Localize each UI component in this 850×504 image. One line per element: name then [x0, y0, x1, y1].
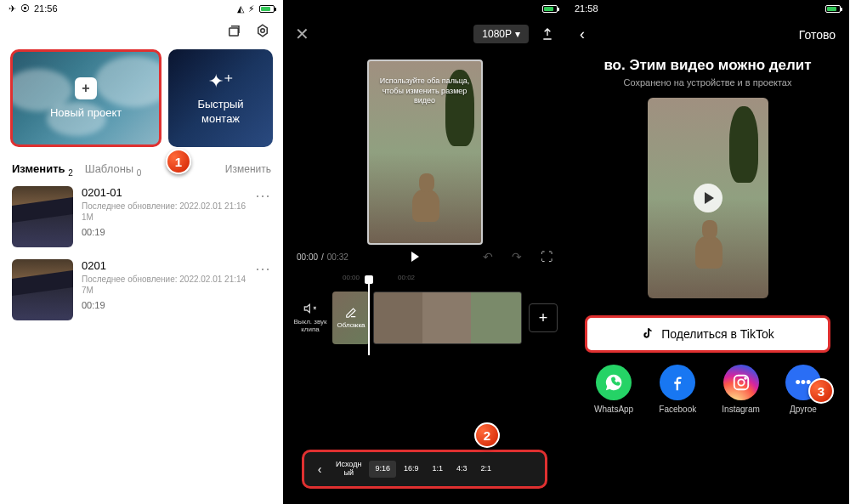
share-instagram[interactable]: Instagram: [722, 365, 759, 414]
tiktok-icon: [641, 327, 654, 341]
instagram-icon: [723, 365, 759, 400]
step-badge-2: 2: [474, 422, 500, 448]
project-duration: 00:19: [82, 300, 246, 310]
tab-templates[interactable]: Шаблоны 0: [85, 162, 142, 178]
project-title: 0201: [82, 259, 246, 272]
project-size: 7M: [82, 286, 246, 295]
settings-icon[interactable]: [254, 22, 271, 39]
status-bar: 21:58: [566, 0, 849, 17]
undo-icon[interactable]: ↶: [483, 250, 493, 263]
quick-edit-label: Быстрый монтаж: [197, 98, 243, 127]
status-bar: ✈︎⦿21:56 ◭⚡︎: [0, 0, 283, 17]
play-icon: [694, 184, 722, 212]
step-badge-3: 3: [808, 378, 834, 404]
aspect-16-9[interactable]: 16:9: [398, 461, 425, 478]
edit-action[interactable]: Изменить: [225, 163, 271, 175]
wand-icon: ✦⁺: [208, 71, 234, 93]
export-title: во. Этим видео можно делит: [566, 57, 849, 74]
new-project-label: Новый проект: [50, 106, 122, 119]
aspect-9-16[interactable]: 9:16: [369, 461, 396, 478]
cover-button[interactable]: Обложка: [332, 292, 370, 344]
playhead[interactable]: [368, 279, 370, 355]
timeline-frames[interactable]: [373, 292, 522, 344]
project-size: 1M: [82, 212, 246, 222]
export-subtitle: Сохранено на устройстве и в проектах: [566, 77, 849, 88]
svg-point-2: [261, 29, 265, 33]
pinch-hint: Используйте оба пальца, чтобы изменить р…: [374, 76, 476, 106]
back-icon[interactable]: ‹: [580, 25, 585, 43]
aspect-back-icon[interactable]: ‹: [309, 462, 330, 476]
share-facebook[interactable]: Facebook: [659, 365, 696, 414]
facebook-icon: [660, 365, 695, 400]
plus-icon: +: [75, 77, 97, 99]
play-button[interactable]: [411, 252, 419, 262]
whatsapp-icon: [596, 365, 632, 400]
export-icon[interactable]: [541, 27, 554, 41]
archive-icon[interactable]: [225, 22, 242, 39]
chevron-down-icon: ▾: [515, 28, 520, 40]
svg-marker-1: [258, 25, 268, 37]
svg-point-5: [745, 377, 746, 379]
project-title: 0201-01: [82, 186, 246, 199]
add-clip-button[interactable]: +: [529, 303, 558, 332]
project-meta: Последнее обновление: 2022.02.01 21:14: [82, 275, 246, 284]
more-icon[interactable]: ⋯: [255, 186, 271, 205]
aspect-1-1[interactable]: 1:1: [426, 461, 449, 478]
redo-icon[interactable]: ↷: [512, 250, 522, 263]
mute-clip-button[interactable]: Выкл. звук клипа: [292, 292, 329, 344]
time-current: 00:00: [297, 252, 318, 262]
project-thumb: [12, 259, 73, 320]
exported-preview[interactable]: [648, 98, 768, 298]
project-thumb: [12, 186, 73, 247]
more-icon[interactable]: ⋯: [255, 259, 271, 278]
quick-edit-card[interactable]: ✦⁺ Быстрый монтаж: [168, 49, 273, 147]
time-total: 00:32: [327, 252, 348, 262]
close-icon[interactable]: ✕: [295, 24, 309, 44]
svg-rect-0: [230, 28, 239, 36]
share-tiktok-button[interactable]: Поделиться в TikTok: [585, 315, 830, 353]
aspect-4-3[interactable]: 4:3: [450, 461, 473, 478]
new-project-card[interactable]: + Новый проект: [10, 49, 162, 147]
svg-point-4: [738, 379, 744, 385]
status-bar: [283, 0, 566, 17]
done-button[interactable]: Готово: [799, 28, 836, 42]
project-item[interactable]: 0201 Последнее обновление: 2022.02.01 21…: [12, 259, 271, 320]
fullscreen-icon[interactable]: ⛶: [541, 250, 552, 263]
tab-edit[interactable]: Изменить 2: [12, 162, 73, 178]
project-item[interactable]: 0201-01 Последнее обновление: 2022.02.01…: [12, 186, 271, 247]
project-duration: 00:19: [82, 227, 246, 237]
video-preview[interactable]: Используйте оба пальца, чтобы изменить р…: [367, 59, 483, 245]
resolution-selector[interactable]: 1080P▾: [473, 25, 529, 43]
aspect-ratio-bar: ‹ Исходн ый 9:16 16:9 1:1 4:3 2:1: [302, 450, 547, 489]
step-badge-1: 1: [166, 149, 191, 174]
share-whatsapp[interactable]: WhatsApp: [594, 365, 633, 414]
aspect-original[interactable]: Исходн ый: [330, 456, 367, 482]
timeline-ruler: 00:0000:02: [283, 269, 566, 286]
aspect-2-1[interactable]: 2:1: [475, 461, 498, 478]
project-meta: Последнее обновление: 2022.02.01 21:16: [82, 201, 246, 211]
